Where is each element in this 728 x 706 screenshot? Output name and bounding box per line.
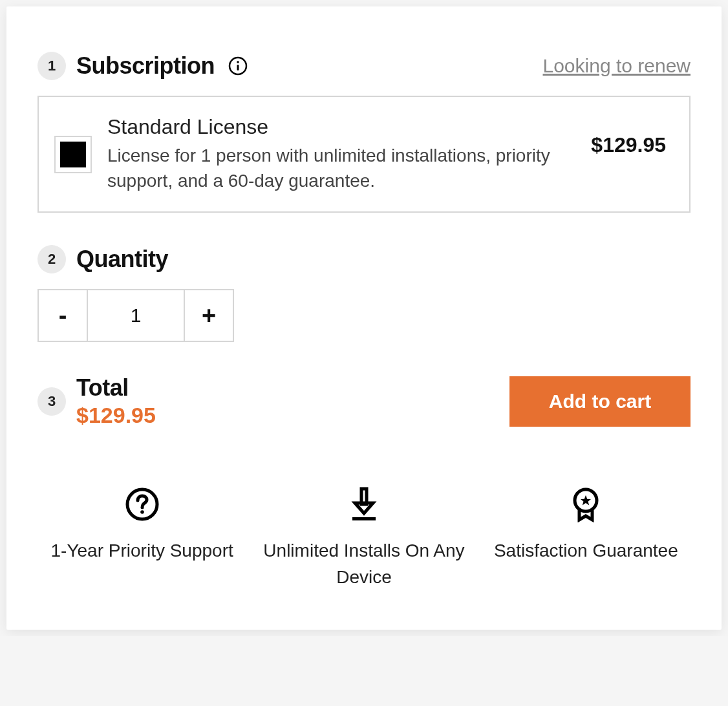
quantity-header: 2 Quantity: [37, 245, 691, 273]
total-section: 3 Total $129.95 Add to cart: [37, 374, 691, 428]
total-label: Total: [76, 374, 156, 401]
subscription-header: 1 Subscription Looking to renew: [37, 52, 691, 80]
license-option[interactable]: Standard License License for 1 person wi…: [37, 96, 691, 213]
license-price: $129.95: [591, 133, 666, 157]
quantity-title-group: 2 Quantity: [37, 245, 168, 273]
subscription-title-group: 1 Subscription: [37, 52, 248, 80]
quantity-input[interactable]: [88, 289, 184, 342]
quantity-increase-button[interactable]: +: [184, 289, 234, 342]
benefit-text: Satisfaction Guarantee: [494, 538, 678, 564]
quantity-decrease-button[interactable]: -: [37, 289, 88, 342]
add-to-cart-button[interactable]: Add to cart: [509, 376, 691, 427]
license-text: Standard License License for 1 person wi…: [107, 115, 575, 193]
benefits-row: 1-Year Priority Support Unlimited Instal…: [37, 486, 691, 590]
step-badge-2: 2: [37, 245, 66, 273]
benefit-text: 1-Year Priority Support: [51, 538, 233, 564]
step-badge-3: 3: [37, 387, 66, 416]
info-icon[interactable]: [228, 56, 248, 76]
benefit-installs: Unlimited Installs On Any Device: [259, 486, 468, 590]
step-badge-1: 1: [37, 52, 66, 80]
quantity-stepper: - +: [37, 289, 691, 342]
total-text: Total $129.95: [76, 374, 156, 428]
total-left: 3 Total $129.95: [37, 374, 156, 428]
svg-point-1: [237, 61, 239, 63]
svg-point-4: [140, 511, 144, 515]
benefit-text: Unlimited Installs On Any Device: [259, 538, 468, 590]
svg-rect-6: [352, 517, 376, 520]
benefit-guarantee: Satisfaction Guarantee: [482, 486, 691, 590]
quantity-section: 2 Quantity - +: [37, 245, 691, 342]
license-name: Standard License: [107, 115, 575, 139]
download-icon: [346, 486, 382, 522]
total-price: $129.95: [76, 403, 156, 428]
award-icon: [568, 486, 604, 522]
subscription-title: Subscription: [76, 52, 215, 80]
purchase-card: 1 Subscription Looking to renew Standard…: [6, 6, 722, 630]
svg-rect-2: [237, 65, 239, 70]
question-circle-icon: [124, 486, 160, 522]
benefit-support: 1-Year Priority Support: [37, 486, 246, 590]
checkbox-checked-icon: [60, 142, 86, 167]
quantity-title: Quantity: [76, 246, 168, 273]
license-checkbox[interactable]: [54, 136, 92, 173]
license-description: License for 1 person with unlimited inst…: [107, 143, 575, 193]
subscription-section: 1 Subscription Looking to renew Standard…: [37, 52, 691, 213]
renew-link[interactable]: Looking to renew: [543, 55, 691, 77]
